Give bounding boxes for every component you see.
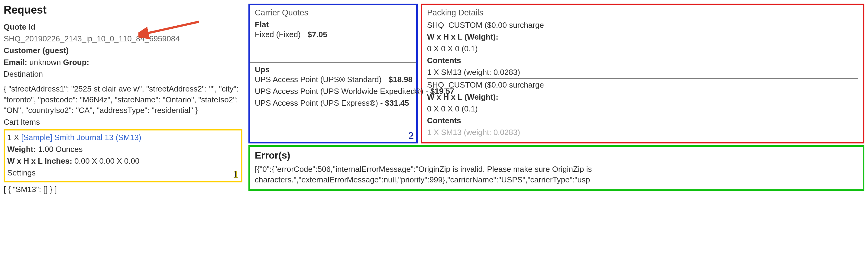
- cart-qty: 1 X: [7, 133, 19, 142]
- carrier-flat-name: Flat: [255, 20, 411, 29]
- email-label: Email:: [4, 58, 27, 67]
- errors-body: [{"0":{"errorCode":506,"internalErrorMes…: [255, 164, 858, 185]
- packing-grp2-dimslabel: W x H x L (Weight):: [427, 92, 858, 102]
- quote-id-value: SHQ_20190226_2143_ip_10_0_110_84_6959084: [4, 34, 242, 44]
- ups-price3: $31.45: [385, 98, 409, 107]
- cart-items-box: 1 X [Sample] Smith Journal 13 (SM13) Wei…: [4, 129, 242, 182]
- cart-dims-label: W x H x L Inches:: [7, 157, 72, 166]
- email-value: unknown: [29, 58, 61, 67]
- destination-label: Destination: [4, 69, 242, 79]
- packing-grp1-dimslabel: W x H x L (Weight):: [427, 32, 858, 42]
- ups-line3: UPS Access Point (UPS Express®) -: [255, 98, 385, 107]
- packing-grp1-contentsvalue: 1 X SM13 (weight: 0.0283): [427, 67, 858, 78]
- packing-grp2-dimsvalue: 0 X 0 X 0 (0.1): [427, 104, 858, 114]
- cart-items-label: Cart Items: [4, 117, 242, 128]
- packing-grp2-contentsvalue: 1 X SM13 (weight: 0.0283): [427, 127, 858, 138]
- cart-settings-label: Settings: [7, 168, 239, 178]
- ups-price2: $19.57: [430, 87, 455, 96]
- ups-line2: UPS Access Point (UPS Worldwide Expedite…: [255, 87, 430, 96]
- carrier-divider: [250, 62, 416, 63]
- ups-price1: $18.98: [389, 75, 413, 84]
- packing-details-panel: Packing Details SHQ_CUSTOM ($0.00 surcha…: [421, 4, 864, 143]
- destination-json: { "streetAddress1": "2525 st clair ave w…: [4, 84, 242, 115]
- carrier-flat-price: $7.05: [308, 30, 327, 39]
- carrier-flat-line: Fixed (Fixed) -: [255, 30, 308, 39]
- annotation-badge-1: 1: [233, 169, 238, 180]
- quote-id-label: Quote Id: [4, 22, 242, 32]
- customer-label: Customer (guest): [4, 45, 242, 56]
- packing-grp2-contentslabel: Contents: [427, 115, 858, 126]
- cart-dims-value: 0.00 X 0.00 X 0.00: [74, 157, 139, 166]
- settings-json: [ { "SM13": [] } ]: [4, 184, 242, 195]
- packing-grp2-name: SHQ_CUSTOM ($0.00 surcharge: [427, 80, 858, 90]
- cart-weight-value: 1.00 Ounces: [38, 145, 83, 154]
- request-panel: Request Quote Id SHQ_20190226_2143_ip_10…: [4, 4, 242, 196]
- packing-title: Packing Details: [427, 8, 858, 18]
- packing-grp1-contentslabel: Contents: [427, 55, 858, 66]
- annotation-badge-2: 2: [409, 130, 414, 141]
- packing-grp1-name: SHQ_CUSTOM ($0.00 surcharge: [427, 20, 858, 31]
- carrier-quotes-title: Carrier Quotes: [255, 8, 411, 18]
- carrier-quotes-panel: Carrier Quotes Flat Fixed (Fixed) - $7.0…: [248, 4, 418, 143]
- errors-panel: Error(s) [{"0":{"errorCode":506,"interna…: [248, 145, 864, 191]
- ups-line1: UPS Access Point (UPS® Standard) -: [255, 75, 389, 84]
- packing-grp1-dimsvalue: 0 X 0 X 0 (0.1): [427, 43, 858, 54]
- cart-weight-label: Weight:: [7, 145, 36, 154]
- cart-item-link[interactable]: [Sample] Smith Journal 13 (SM13): [21, 133, 141, 142]
- carrier-ups-name: Ups: [255, 65, 411, 74]
- errors-title: Error(s): [255, 150, 858, 161]
- request-title: Request: [4, 4, 242, 16]
- group-label: Group:: [63, 58, 89, 67]
